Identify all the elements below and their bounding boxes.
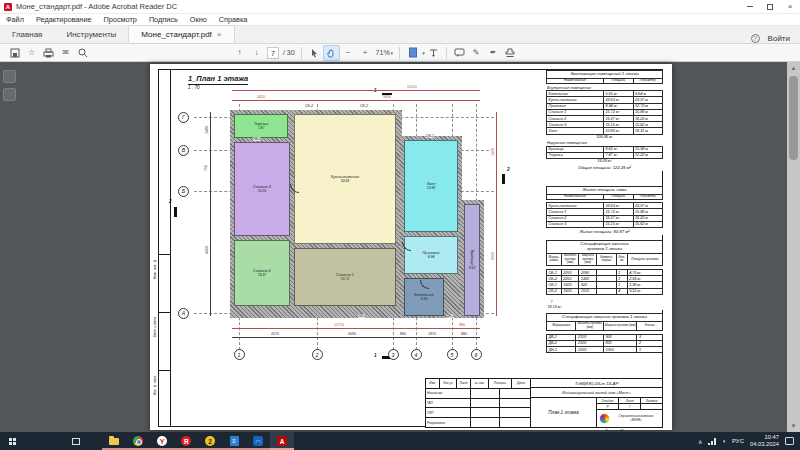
- dimension-label: 1870: [427, 332, 437, 336]
- room-porch: Крыльцо8.62: [464, 204, 480, 316]
- search-icon[interactable]: [74, 45, 91, 61]
- zoom-out-icon[interactable]: −: [340, 45, 357, 61]
- menu-edit[interactable]: Редактирование: [36, 15, 92, 24]
- volume-icon[interactable]: ◖: [722, 438, 726, 444]
- frame-side-label: Взам. инв. №: [153, 259, 157, 279]
- scrollbar-thumb[interactable]: [789, 76, 798, 160]
- dimension-line: [232, 328, 452, 329]
- axis-bubble: 2: [312, 349, 323, 360]
- print-icon[interactable]: [40, 45, 57, 61]
- email-icon[interactable]: ✉: [57, 45, 74, 61]
- tab-bar: Главная Инструменты Моне_стандарт.pdf × …: [0, 26, 800, 44]
- menu-window[interactable]: Окно: [190, 15, 207, 24]
- axis-bubble: Г: [178, 112, 189, 123]
- room-schedule-table: Экспликация помещений 1 этажа Наименован…: [546, 70, 663, 171]
- tab-home[interactable]: Главная: [0, 25, 54, 43]
- tray-chevron-icon[interactable]: ∧: [698, 438, 702, 445]
- acrobat-app-icon: A: [4, 3, 12, 11]
- opening-label: ОК-1: [426, 134, 434, 138]
- select-tool-icon[interactable]: [306, 45, 323, 61]
- dimension-label: 4420: [256, 95, 266, 99]
- tab-document[interactable]: Моне_стандарт.pdf ×: [128, 25, 234, 43]
- previous-page-icon[interactable]: ↑: [231, 45, 248, 61]
- sign-icon[interactable]: ✒: [485, 45, 502, 61]
- axis-bubble: 1: [234, 349, 245, 360]
- chrome-icon[interactable]: [126, 432, 150, 450]
- page-fit-icon[interactable]: [404, 45, 421, 61]
- frame-side-label: Инв. № подл.: [153, 375, 157, 395]
- window-spec-table: Спецификация оконныхпроемов 1 этажа Марк…: [546, 240, 663, 310]
- star-icon[interactable]: ☆: [23, 45, 40, 61]
- axis-bubble: В: [178, 145, 189, 156]
- opening-label: ОК-2: [358, 314, 366, 318]
- yandex-icon[interactable]: Я: [174, 432, 198, 450]
- yandex-browser-icon[interactable]: Y: [150, 432, 174, 450]
- calculator-icon[interactable]: ≡: [222, 432, 246, 450]
- save-icon[interactable]: [6, 45, 23, 61]
- dimension-line: [232, 90, 480, 91]
- clock[interactable]: 10:4704.03.2024: [750, 434, 779, 448]
- scroll-mode-icon[interactable]: [425, 45, 442, 61]
- network-icon[interactable]: [708, 438, 716, 445]
- menu-view[interactable]: Просмотр: [104, 15, 137, 24]
- thumbnails-panel-icon[interactable]: [3, 70, 16, 83]
- table-row: Терраса7.47 м²12.22 м: [547, 153, 662, 158]
- menu-file[interactable]: Файл: [6, 15, 24, 24]
- dimension-label: 14110: [406, 85, 418, 89]
- close-button[interactable]: ×: [780, 0, 800, 14]
- dimension-label: 9690: [382, 95, 392, 99]
- project-name: Индивидуальный жилой дом «Моне»: [531, 388, 662, 398]
- tab-tools[interactable]: Инструменты: [54, 25, 128, 43]
- zoom-level-select[interactable]: 71%▾: [376, 49, 394, 56]
- opening-label: ОБ-2: [305, 104, 313, 108]
- minimize-button[interactable]: [740, 0, 760, 14]
- sheet-title: План 1 этажа: [531, 398, 597, 427]
- dimension-line: [496, 112, 497, 316]
- section-mark: [174, 207, 177, 217]
- page-number-input[interactable]: 7: [267, 47, 279, 59]
- dimension-label: 6000: [491, 251, 495, 261]
- notification-center-icon[interactable]: [785, 437, 794, 445]
- axis-bubble: 6: [471, 349, 482, 360]
- hand-tool-icon[interactable]: [323, 45, 340, 61]
- scroll-up-icon[interactable]: ▲: [787, 62, 800, 74]
- sign-in-button[interactable]: Войти: [768, 34, 790, 43]
- menu-help[interactable]: Справка: [219, 15, 248, 24]
- scroll-down-icon[interactable]: ▼: [787, 420, 800, 432]
- tab-close-icon[interactable]: ×: [217, 30, 222, 39]
- stamp-icon[interactable]: [502, 45, 519, 61]
- 2gis-icon[interactable]: 2: [198, 432, 222, 450]
- zoom-in-icon[interactable]: +: [357, 45, 374, 61]
- dimension-label: 750: [204, 164, 208, 172]
- comment-icon[interactable]: [451, 45, 468, 61]
- acrobat-taskbar-icon[interactable]: A: [270, 432, 294, 450]
- bookmarks-panel-icon[interactable]: [3, 88, 16, 101]
- table-row: ОК-215001510 49.12 м²: [547, 289, 662, 294]
- axis-bubble: А: [178, 308, 189, 319]
- window-titlebar: A Моне_стандарт.pdf - Adobe Acrobat Read…: [0, 0, 800, 14]
- task-view-button[interactable]: [64, 432, 88, 450]
- help-icon[interactable]: ?: [751, 34, 760, 43]
- next-page-icon[interactable]: ↓: [248, 45, 265, 61]
- chevron-down-icon: ▾: [391, 50, 394, 56]
- section-label: 2: [507, 167, 510, 172]
- room-entry-hall: Прихожая8.94: [404, 236, 458, 274]
- room-bedroom2: Спальня 216.37: [234, 240, 290, 306]
- frame-side-column: [158, 69, 171, 427]
- door-rows: ДВ-121009003 ДВ-221008002 ДН-1210010501: [546, 334, 663, 354]
- company-logo: [599, 413, 610, 424]
- desktop: A Моне_стандарт.pdf - Adobe Acrobat Read…: [0, 0, 800, 450]
- design-app-icon[interactable]: ◠: [246, 432, 270, 450]
- start-button[interactable]: [0, 432, 24, 450]
- room-kitchen-living: Кухня-гостиная33.63: [294, 114, 396, 244]
- maximize-button[interactable]: [760, 0, 780, 14]
- menu-sign[interactable]: Подпись: [149, 15, 178, 24]
- section-label: 1: [374, 353, 377, 358]
- dimension-label: 880: [460, 332, 468, 336]
- section-label: 2: [169, 199, 172, 204]
- room-terrace: Терраса7.47: [234, 114, 288, 138]
- pencil-icon[interactable]: ✎: [468, 45, 485, 61]
- file-explorer-icon[interactable]: [102, 432, 126, 450]
- language-indicator[interactable]: РУС: [732, 438, 744, 444]
- pdf-page[interactable]: Взам. инв. № Подп. и дата Инв. № подл. Ф…: [150, 64, 672, 430]
